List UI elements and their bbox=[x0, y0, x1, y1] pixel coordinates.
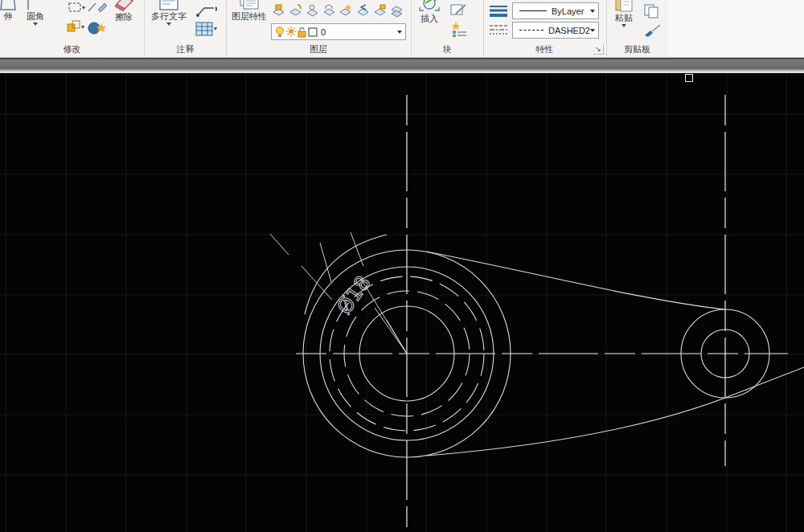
define-attribute-icon bbox=[449, 20, 469, 38]
table-button[interactable] bbox=[195, 21, 217, 37]
stretch-button[interactable]: 伸 bbox=[0, 0, 16, 21]
stretch-label: 伸 bbox=[4, 11, 13, 21]
lineweight-sample bbox=[519, 10, 547, 11]
mtext-label: 多行文字 bbox=[151, 11, 187, 21]
lineweight-value: ByLayer bbox=[552, 6, 584, 16]
trim-button[interactable] bbox=[87, 2, 108, 13]
paste-button[interactable]: 粘贴 bbox=[609, 0, 638, 27]
array-button[interactable] bbox=[66, 19, 85, 34]
array-icon bbox=[66, 19, 85, 34]
panel-annotate-label: 注释 bbox=[145, 43, 226, 55]
layer-prev-icon[interactable] bbox=[355, 2, 371, 18]
layer-properties-label: 图层特性 bbox=[232, 11, 267, 21]
paste-icon bbox=[614, 0, 634, 13]
panel-layers-label: 图层 bbox=[226, 43, 411, 55]
layer-properties-icon bbox=[238, 0, 260, 11]
drawing-window-titlebar[interactable] bbox=[0, 57, 804, 73]
layer-on-bulb-icon[interactable] bbox=[274, 26, 285, 38]
chevron-down-icon[interactable] bbox=[621, 24, 626, 27]
explode-button[interactable] bbox=[87, 21, 108, 35]
layer-thaw-sun-icon[interactable] bbox=[285, 26, 297, 38]
drawing-canvas[interactable] bbox=[0, 73, 804, 532]
panel-modify: 伸 圆角 擦除 修改 bbox=[0, 0, 145, 56]
chevron-down-icon[interactable] bbox=[166, 23, 171, 26]
panel-clipboard: 粘贴 剪贴板 bbox=[606, 0, 669, 56]
rectangle-icon bbox=[68, 2, 85, 13]
lineweight-combo[interactable]: ByLayer bbox=[512, 2, 599, 19]
match-properties-button[interactable] bbox=[643, 23, 662, 38]
current-layer-value: 0 bbox=[321, 27, 326, 37]
define-attribute-button[interactable] bbox=[449, 20, 469, 38]
insert-block-button[interactable]: 插入 bbox=[414, 0, 445, 23]
panel-annotate: 多行文字 注释 bbox=[145, 0, 227, 56]
copy-icon bbox=[643, 3, 661, 19]
linetype-combo[interactable]: DASHED2 bbox=[512, 22, 599, 39]
linetype-button[interactable] bbox=[488, 23, 509, 36]
insert-block-label: 插入 bbox=[420, 14, 438, 23]
pickbox-cursor bbox=[685, 74, 693, 82]
leader-icon bbox=[195, 3, 217, 18]
erase-icon bbox=[112, 0, 136, 12]
lineweight-button[interactable] bbox=[488, 4, 509, 17]
mtext-icon bbox=[158, 0, 179, 11]
erase-button[interactable]: 擦除 bbox=[106, 0, 142, 22]
trim-icon bbox=[87, 2, 108, 13]
fillet-button[interactable]: 圆角 bbox=[19, 0, 51, 26]
ribbon: 伸 圆角 擦除 修改 多行文字 bbox=[0, 0, 804, 58]
panel-empty bbox=[668, 0, 804, 56]
layer-unlock-icon[interactable] bbox=[372, 2, 388, 18]
layer-freeze-icon[interactable] bbox=[305, 2, 320, 18]
linetype-value: DASHED2 bbox=[548, 26, 590, 35]
panel-block: 插入 块 bbox=[411, 0, 484, 56]
explode-icon bbox=[87, 21, 108, 35]
leader-button[interactable] bbox=[195, 3, 217, 18]
paste-label: 粘贴 bbox=[615, 13, 633, 23]
copy-clip-button[interactable] bbox=[643, 3, 661, 19]
chevron-down-icon[interactable] bbox=[397, 31, 402, 34]
linetype-icon bbox=[488, 23, 509, 36]
layer-isolate-icon[interactable] bbox=[288, 2, 303, 18]
fillet-label: 圆角 bbox=[27, 11, 44, 21]
mtext-button[interactable]: 多行文字 bbox=[148, 0, 190, 26]
layer-merge-icon[interactable] bbox=[389, 2, 404, 18]
rectangle-tool-button[interactable] bbox=[68, 2, 85, 13]
block-editor-button[interactable] bbox=[449, 2, 469, 17]
chevron-down-icon[interactable] bbox=[33, 23, 38, 26]
layer-select-combo[interactable]: 0 bbox=[271, 23, 406, 40]
dialog-launcher-icon[interactable]: ↘ bbox=[593, 44, 604, 55]
block-editor-icon bbox=[449, 2, 469, 17]
layer-color-swatch-icon bbox=[307, 27, 318, 38]
panel-layers: 图层特性 0 图层 bbox=[226, 0, 412, 56]
stretch-icon bbox=[0, 0, 16, 11]
panel-modify-label: 修改 bbox=[0, 43, 144, 55]
chevron-down-icon[interactable] bbox=[590, 29, 595, 32]
chevron-down-icon[interactable] bbox=[590, 10, 595, 13]
layer-match-icon[interactable] bbox=[338, 2, 354, 18]
erase-label: 擦除 bbox=[115, 12, 133, 22]
match-properties-brush-icon bbox=[643, 23, 662, 38]
lineweight-icon bbox=[488, 4, 509, 17]
fillet-icon bbox=[25, 0, 46, 11]
panel-properties-label: 特性 bbox=[483, 43, 606, 55]
layer-properties-button[interactable]: 图层特性 bbox=[229, 0, 269, 21]
panel-block-label: 块 bbox=[411, 43, 483, 55]
linetype-sample bbox=[519, 30, 544, 31]
layer-off-icon[interactable] bbox=[271, 2, 286, 18]
insert-block-icon bbox=[417, 0, 441, 14]
panel-properties: ByLayer DASHED2 特性 ↘ bbox=[483, 0, 607, 56]
layer-lock-icon[interactable] bbox=[322, 2, 337, 18]
layer-unlock-padlock-icon[interactable] bbox=[297, 26, 307, 38]
panel-clipboard-label: 剪贴板 bbox=[606, 43, 668, 55]
layer-state-toolbar bbox=[271, 2, 406, 20]
table-icon bbox=[195, 21, 217, 37]
